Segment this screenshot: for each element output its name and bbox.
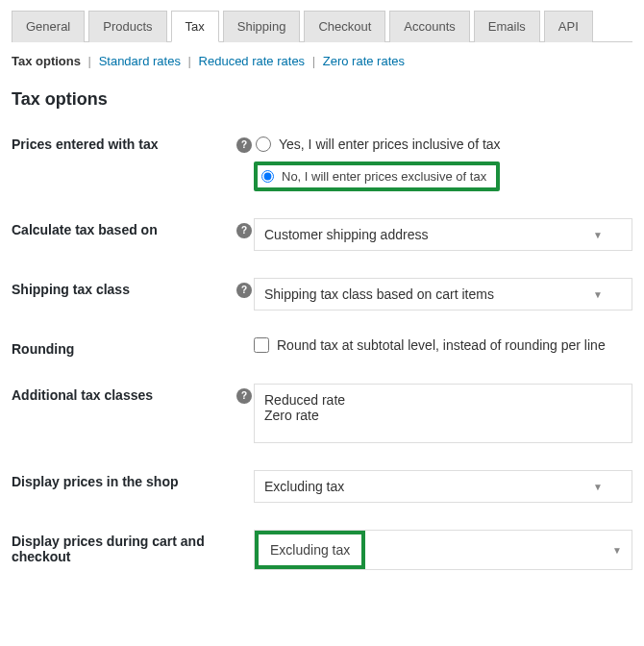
tab-accounts[interactable]: Accounts bbox=[389, 11, 469, 42]
tab-products[interactable]: Products bbox=[88, 11, 166, 42]
tab-emails[interactable]: Emails bbox=[474, 11, 540, 42]
radio-input-inclusive[interactable] bbox=[256, 137, 271, 152]
help-icon[interactable]: ? bbox=[235, 384, 254, 404]
subnav-zero-rate[interactable]: Zero rate rates bbox=[323, 54, 405, 68]
subnav-standard-rates[interactable]: Standard rates bbox=[99, 54, 181, 68]
select-shipping-tax-class[interactable]: Shipping tax class based on cart items ▼ bbox=[254, 278, 632, 311]
checkbox-input-rounding[interactable] bbox=[254, 337, 269, 353]
chevron-down-icon: ▼ bbox=[593, 230, 603, 240]
label-additional-classes: Additional tax classes bbox=[12, 384, 235, 403]
radio-label-inclusive: Yes, I will enter prices inclusive of ta… bbox=[279, 137, 501, 152]
separator: | bbox=[88, 54, 91, 68]
chevron-down-icon: ▼ bbox=[593, 482, 603, 492]
radio-label-exclusive: No, I will enter prices exclusive of tax bbox=[282, 169, 486, 184]
label-calc-based-on: Calculate tax based on bbox=[12, 218, 235, 237]
help-spacer bbox=[235, 530, 254, 534]
row-additional-classes: Additional tax classes ? Reduced rate Ze… bbox=[12, 370, 632, 457]
settings-tabs: General Products Tax Shipping Checkout A… bbox=[12, 10, 632, 42]
section-title: Tax options bbox=[12, 89, 632, 110]
label-shipping-tax-class: Shipping tax class bbox=[12, 278, 235, 297]
select-value: Shipping tax class based on cart items bbox=[264, 286, 494, 302]
tab-general[interactable]: General bbox=[12, 11, 85, 42]
row-rounding: Rounding Round tax at subtotal level, in… bbox=[12, 324, 632, 370]
separator: | bbox=[312, 54, 315, 68]
chevron-down-icon: ▼ bbox=[612, 545, 622, 556]
subnav-reduced-rate[interactable]: Reduced rate rates bbox=[199, 54, 306, 68]
help-icon[interactable]: ? bbox=[235, 133, 254, 153]
help-icon[interactable]: ? bbox=[235, 278, 254, 298]
tab-checkout[interactable]: Checkout bbox=[304, 11, 385, 42]
separator: | bbox=[188, 54, 191, 68]
tab-api[interactable]: API bbox=[544, 11, 593, 42]
row-prices-entered: Prices entered with tax ? Yes, I will en… bbox=[12, 119, 632, 205]
help-spacer bbox=[235, 337, 254, 341]
label-display-shop: Display prices in the shop bbox=[12, 470, 235, 489]
checkbox-rounding[interactable]: Round tax at subtotal level, instead of … bbox=[254, 337, 632, 353]
select-display-shop[interactable]: Excluding tax ▼ bbox=[254, 470, 632, 503]
radio-input-exclusive[interactable] bbox=[261, 170, 274, 183]
help-spacer bbox=[235, 470, 254, 474]
row-shipping-tax-class: Shipping tax class ? Shipping tax class … bbox=[12, 264, 632, 324]
row-calc-based-on: Calculate tax based on ? Customer shippi… bbox=[12, 205, 632, 264]
subnav: Tax options | Standard rates | Reduced r… bbox=[12, 54, 632, 68]
row-display-cart: Display prices during cart and checkout … bbox=[12, 516, 632, 584]
label-display-cart: Display prices during cart and checkout bbox=[12, 530, 235, 564]
select-calc-based-on[interactable]: Customer shipping address ▼ bbox=[254, 218, 632, 251]
highlight-prices-exclusive: No, I will enter prices exclusive of tax bbox=[254, 162, 500, 191]
subnav-tax-options[interactable]: Tax options bbox=[12, 54, 81, 68]
chevron-down-icon: ▼ bbox=[593, 289, 603, 300]
checkbox-label-rounding: Round tax at subtotal level, instead of … bbox=[277, 337, 606, 353]
textarea-additional-classes[interactable]: Reduced rate Zero rate bbox=[254, 384, 632, 443]
help-icon[interactable]: ? bbox=[235, 218, 254, 238]
row-display-shop: Display prices in the shop Excluding tax… bbox=[12, 457, 632, 516]
tab-shipping[interactable]: Shipping bbox=[223, 11, 301, 42]
label-prices-entered: Prices entered with tax bbox=[12, 133, 235, 152]
select-value: Excluding tax bbox=[260, 536, 359, 563]
select-value: Customer shipping address bbox=[264, 227, 428, 242]
label-rounding: Rounding bbox=[12, 337, 235, 357]
tab-tax[interactable]: Tax bbox=[171, 11, 219, 42]
select-value: Excluding tax bbox=[264, 479, 344, 494]
select-display-cart[interactable]: Excluding tax ▼ bbox=[254, 530, 632, 570]
radio-prices-inclusive[interactable]: Yes, I will enter prices inclusive of ta… bbox=[254, 133, 632, 158]
highlight-display-cart: Excluding tax bbox=[255, 531, 365, 569]
